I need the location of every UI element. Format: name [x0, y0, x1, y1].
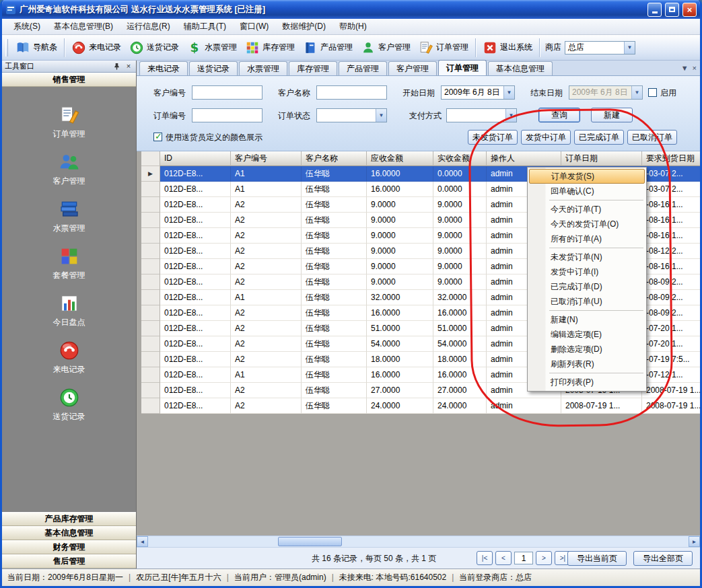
column-header[interactable]: ID	[160, 151, 231, 166]
toolbar-ticket-button[interactable]: $ 水票管理	[183, 38, 241, 58]
menu-item[interactable]: 帮助(H)	[333, 19, 373, 34]
order-no-input[interactable]	[192, 108, 262, 122]
column-header[interactable]: 客户编号	[231, 151, 302, 166]
tab[interactable]: 来电记录	[139, 61, 188, 75]
order-status-select[interactable]: ▼	[316, 108, 387, 122]
order-status-filter-button[interactable]: 发货中订单	[521, 130, 571, 145]
column-header[interactable]: 客户名称	[302, 151, 367, 166]
sidebar-item-delivery-log[interactable]: 送货记录	[53, 387, 85, 422]
context-menu-item[interactable]: 未发货订单(N)	[529, 250, 645, 264]
sidebar-section[interactable]: 售后管理	[2, 554, 136, 568]
column-header[interactable]: 操作人	[487, 151, 561, 166]
sidebar-section[interactable]: 财务管理	[2, 540, 136, 554]
menu-item[interactable]: 系统(S)	[7, 19, 46, 34]
tab[interactable]: 水票管理	[239, 61, 287, 75]
sidebar-section[interactable]: 基本信息管理	[2, 526, 136, 540]
export-all-pages-button[interactable]: 导出全部页	[633, 551, 693, 566]
toolbar-order-button[interactable]: 订单管理	[415, 38, 472, 58]
sidebar-section[interactable]: 产品库存管理	[2, 512, 136, 526]
column-header[interactable]: 实收金额	[433, 151, 487, 166]
color-display-checkbox[interactable]	[153, 133, 162, 141]
context-menu-item[interactable]: 今天的发货订单(O)	[529, 217, 645, 231]
context-menu-item[interactable]: 发货中订单(I)	[529, 264, 645, 279]
tab[interactable]: 订单管理	[438, 60, 487, 75]
context-menu-item[interactable]: 所有的订单(A)	[529, 231, 645, 246]
tool-window-close-button[interactable]: ×	[124, 62, 133, 71]
context-menu-item[interactable]: 删除选定项(D)	[529, 342, 645, 357]
new-button[interactable]: 新建	[591, 108, 633, 122]
column-header[interactable]: 订单日期	[561, 151, 642, 166]
maximize-button[interactable]	[665, 3, 679, 17]
tab[interactable]: 客户管理	[388, 61, 437, 75]
toolbar-delivery-log-button[interactable]: 送货记录	[125, 38, 183, 58]
context-menu-item[interactable]: 已取消订单(U)	[529, 294, 645, 309]
sidebar-section-sales[interactable]: 销售管理	[2, 73, 136, 87]
page-number-input[interactable]	[514, 552, 533, 564]
context-menu: 订单发货(S) 回单确认(C) 今天的订单(T) 今天的发货订单(O) 所有的订…	[527, 167, 647, 392]
toolbar-exit-button[interactable]: 退出系统	[479, 38, 536, 58]
order-status-filter-button[interactable]: 未发货订单	[468, 130, 518, 145]
statusbar-segment: 农历己丑[牛]年五月十六	[123, 572, 221, 583]
menu-item[interactable]: 运行信息(R)	[120, 19, 176, 34]
tab[interactable]: 库存管理	[289, 61, 337, 75]
next-page-button[interactable]: >	[536, 551, 552, 565]
sidebar-item-customer[interactable]: 客户管理	[53, 151, 85, 187]
first-page-button[interactable]: |<	[477, 551, 493, 565]
sidebar-item-package[interactable]: 套餐管理	[53, 246, 85, 281]
toolbar-customer-button[interactable]: 客户管理	[357, 38, 415, 58]
tab-list-dropdown-icon[interactable]: ▼	[681, 63, 689, 73]
scrollbar-thumb[interactable]	[278, 537, 342, 546]
toolbar-call-log-button[interactable]: 来电记录	[67, 38, 125, 58]
context-menu-item[interactable]: 订单发货(S)	[529, 169, 645, 184]
customer-no-input[interactable]	[192, 85, 262, 100]
export-current-page-button[interactable]: 导出当前页	[567, 551, 627, 566]
minimize-button[interactable]	[647, 3, 662, 17]
sidebar-item-ticket[interactable]: 水票管理	[53, 198, 85, 234]
tab[interactable]: 送货记录	[189, 61, 238, 75]
context-menu-item[interactable]: 今天的订单(T)	[529, 202, 645, 217]
toolbar-product-button[interactable]: 产品管理	[299, 38, 357, 58]
statusbar-segment: 当前用户：管理员(admin)	[221, 572, 326, 583]
close-button[interactable]: ×	[682, 3, 697, 17]
toolbar-grip[interactable]	[5, 39, 8, 57]
store-select[interactable]: 总店 ▼	[565, 41, 635, 54]
sidebar-item-call-log[interactable]: 来电记录	[53, 340, 85, 375]
enable-end-date-checkbox[interactable]	[648, 88, 657, 97]
menu-item[interactable]: 窗口(W)	[234, 19, 275, 34]
table-row[interactable]: 012D-E8... A2 伍华聪 24.0000 24.0000 admin …	[141, 398, 700, 414]
start-date-picker[interactable]: 2009年 6月 8日▼	[441, 85, 515, 100]
context-menu-item[interactable]: 编辑选定项(E)	[529, 327, 645, 342]
menu-item[interactable]: 基本信息管理(B)	[48, 19, 119, 34]
sidebar-item-order[interactable]: 订单管理	[53, 104, 85, 140]
customer-name-input[interactable]	[316, 85, 387, 100]
tab[interactable]: 产品管理	[339, 61, 387, 75]
store-label: 商店	[545, 42, 561, 53]
app-icon[interactable]	[5, 4, 16, 15]
scroll-right-icon[interactable]: ►	[689, 536, 700, 547]
column-header[interactable]: 应收金额	[367, 151, 433, 166]
scroll-left-icon[interactable]: ◄	[137, 536, 148, 547]
toolbar-nav-button[interactable]: 导航条	[11, 38, 61, 58]
toolbar-inventory-button[interactable]: 库存管理	[241, 38, 299, 58]
pagination-bar: 共 16 条记录，每页 50 条，共 1 页 |< < > >| 导出当前页 导…	[137, 547, 700, 568]
column-header[interactable]: 要求到货日期	[642, 151, 700, 166]
context-menu-item[interactable]: 刷新列表(R)	[529, 357, 645, 371]
horizontal-scrollbar[interactable]: ◄ ►	[137, 536, 700, 547]
sidebar-item-daily-check[interactable]: 今日盘点	[53, 293, 85, 328]
context-menu-item[interactable]: 打印列表(P)	[529, 375, 645, 390]
menu-item[interactable]: 辅助工具(T)	[178, 19, 232, 34]
order-status-filter-button[interactable]: 已取消订单	[627, 130, 677, 145]
end-date-picker[interactable]: 2009年 6月 8日▼	[569, 85, 643, 100]
context-menu-item[interactable]: 回单确认(C)	[529, 184, 645, 198]
tab-close-icon[interactable]: ×	[693, 63, 697, 73]
tab[interactable]: 基本信息管理	[488, 61, 553, 75]
pay-method-select[interactable]: ▼	[446, 108, 517, 122]
query-button[interactable]: 查询	[538, 108, 580, 122]
context-menu-item[interactable]: 新建(N)	[529, 312, 645, 327]
prev-page-button[interactable]: <	[495, 551, 512, 565]
context-menu-item[interactable]: 已完成订单(D)	[529, 279, 645, 294]
pay-method-label: 支付方式	[409, 108, 442, 123]
order-status-filter-button[interactable]: 已完成订单	[574, 130, 624, 145]
menu-item[interactable]: 数据维护(D)	[276, 19, 332, 34]
pin-button[interactable]	[112, 62, 121, 71]
